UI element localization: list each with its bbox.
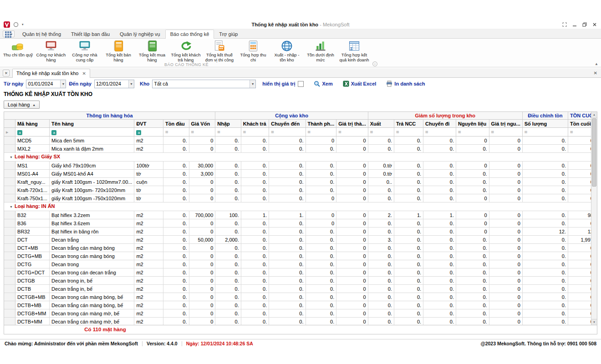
equals-filter-icon[interactable]: =	[425, 129, 428, 135]
table-row[interactable]: MS01-A4Giấy MS01-khổ A4tờ0.3,0000.0.0.0.…	[4, 170, 597, 178]
text-filter-icon[interactable]: a	[136, 130, 141, 135]
print-list-button[interactable]: In danh sách	[384, 80, 427, 88]
view-button[interactable]: Xem	[312, 80, 334, 88]
filter-cell[interactable]: =	[189, 128, 215, 136]
close-all-documents-button[interactable]: ✕	[3, 70, 10, 76]
table-row[interactable]: DCTG+DCTDecan trong cán decan trắngm20.0…	[4, 268, 597, 277]
ribbon-tab[interactable]: Quản lý nghiệp vụ	[115, 30, 165, 38]
column-header[interactable]: Giá Vốn	[189, 120, 215, 128]
close-document-icon[interactable]: ✕	[594, 71, 597, 76]
vertical-scrollbar[interactable]: ▲ ▼	[591, 112, 597, 325]
scrollbar-thumb[interactable]	[592, 118, 596, 187]
column-header[interactable]: Xuất	[368, 120, 394, 128]
column-header[interactable]: Tên hàng	[50, 120, 134, 128]
text-filter-icon[interactable]: a	[51, 130, 56, 135]
xuat-nhap-ton-kho-button[interactable]: Xuất - nhập - tồn kho	[270, 39, 304, 63]
quick-access-icon[interactable]	[13, 21, 19, 28]
warehouse-input[interactable]	[153, 80, 250, 88]
column-header[interactable]: Số lượng	[522, 120, 568, 128]
tong-hop-thu-chi-button[interactable]: Tổng hợp thu chi	[236, 39, 270, 63]
equals-filter-icon[interactable]: =	[191, 129, 194, 135]
collapse-group-icon[interactable]: ▼	[10, 156, 13, 159]
to-date-dropdown-icon[interactable]: ▼	[128, 80, 134, 88]
column-header[interactable]: Nhập	[215, 120, 241, 128]
close-tab-icon[interactable]: ✕	[82, 71, 86, 76]
table-row[interactable]: DCT+MBDecan trắng cán màng bóngm20.00.0.…	[4, 244, 597, 252]
collapse-group-icon[interactable]: ▼	[10, 205, 13, 208]
equals-filter-icon[interactable]: =	[243, 129, 246, 135]
filter-cell[interactable]: a	[15, 128, 50, 136]
filter-cell[interactable]: =	[215, 128, 241, 136]
table-row[interactable]: DCTB+MBDecan trắng cán màng bóng, bếm20.…	[4, 301, 597, 309]
group-row[interactable]: ▼Loại hàng: Giấy SX	[4, 153, 597, 162]
column-header[interactable]: Thành ph...	[306, 120, 336, 128]
tong-ket-mua-hang-button[interactable]: Tổng kết mua hàng	[135, 39, 169, 63]
column-header[interactable]: Giá trị ngu...	[489, 120, 522, 128]
quick-access-caret-icon[interactable]: ▾	[22, 23, 24, 26]
table-row[interactable]: MXL2Mica xanh lá đậm 2mmm20.00.0.0.0.00.…	[4, 145, 597, 153]
filter-cell[interactable]: a	[134, 128, 163, 136]
cong-no-khach-hang-button[interactable]: Công nợ khách hàng	[34, 39, 68, 63]
show-value-checkbox[interactable]	[298, 81, 304, 87]
scroll-up-icon[interactable]: ▲	[591, 112, 597, 118]
app-menu-button[interactable]: ▾	[3, 30, 15, 37]
from-date-dropdown-icon[interactable]: ▼	[60, 80, 66, 88]
filter-cell[interactable]: =	[306, 128, 336, 136]
filter-cell[interactable]: a	[50, 128, 134, 136]
ribbon-tab[interactable]: Quản trị hệ thống	[17, 30, 66, 38]
ton-duoi-dinh-muc-button[interactable]: Tồn dưới định mức	[304, 39, 337, 63]
warehouse-dropdown-icon[interactable]: ▼	[250, 80, 255, 88]
tong-ket-ban-hang-button[interactable]: Tổng kết bán hàng	[102, 39, 135, 63]
table-row[interactable]: DCTG+MBDecan trong cán màng bóngm20.00.0…	[4, 252, 597, 260]
from-date-input[interactable]	[26, 80, 60, 88]
equals-filter-icon[interactable]: =	[165, 129, 168, 135]
filter-cell[interactable]: =	[522, 128, 568, 136]
table-row[interactable]: DCTDecan trắngm20.50,0002,000.0.0.0.03.0…	[4, 236, 597, 244]
column-header[interactable]: ĐVT	[134, 120, 163, 128]
equals-filter-icon[interactable]: =	[570, 129, 573, 135]
thu-chi-ton-quy-button[interactable]: Thu chi tồn quỹ	[2, 39, 34, 58]
filter-cell[interactable]: =	[423, 128, 456, 136]
table-row[interactable]: DCTB+MMDecan trắng cán màng mờ, bếm20.00…	[4, 318, 597, 326]
group-row[interactable]: ▼Loại hàng: IN ẤN	[4, 202, 597, 211]
table-row[interactable]: DCTGDecan trongm20.00.0.0.0.00.0.0.0.00.…	[4, 260, 597, 268]
column-header[interactable]: Chuyển đi	[423, 120, 456, 128]
table-row[interactable]: MS1Giấy khổ 79x109cm100tờ0.30,0000.0.0.0…	[4, 162, 597, 170]
filter-cell[interactable]: =	[241, 128, 269, 136]
tong-ket-khach-tra-hang-button[interactable]: Tổng kết khách trả hàng	[169, 39, 203, 63]
column-header[interactable]: Tồn đầu	[163, 120, 189, 128]
equals-filter-icon[interactable]: =	[308, 129, 311, 135]
scroll-down-icon[interactable]: ▼	[591, 319, 597, 325]
column-header[interactable]: Trả NCC	[394, 120, 423, 128]
filter-cell[interactable]: =	[269, 128, 306, 136]
tong-ket-thue-don-vi-thi-cong-button[interactable]: Tổng kết thuế đơn vị thi công	[203, 39, 236, 63]
export-excel-button[interactable]: Xuất Excel	[341, 80, 378, 88]
column-header[interactable]: Mã hàng	[15, 120, 50, 128]
column-header[interactable]: Giá trị thà...	[336, 120, 368, 128]
equals-filter-icon[interactable]: =	[491, 129, 494, 135]
table-row[interactable]: Kraft-750x1...giấy Kraft 100gsm -750x102…	[4, 194, 597, 202]
restore-icon[interactable]	[582, 22, 587, 27]
filter-cell[interactable]: =	[394, 128, 423, 136]
equals-filter-icon[interactable]: =	[396, 129, 399, 135]
close-icon[interactable]	[592, 22, 597, 27]
equals-filter-icon[interactable]: =	[370, 129, 373, 135]
equals-filter-icon[interactable]: =	[525, 129, 527, 135]
filter-cell[interactable]: =	[456, 128, 489, 136]
equals-filter-icon[interactable]: =	[271, 129, 274, 135]
filter-cell[interactable]: =	[489, 128, 522, 136]
table-row[interactable]: DCTGBDecan trong in, bếm20.00.0.0.0.00.0…	[4, 277, 597, 285]
ribbon-tab[interactable]: Báo cáo thống kê	[165, 30, 214, 39]
text-filter-icon[interactable]: a	[17, 130, 22, 135]
equals-filter-icon[interactable]: =	[458, 129, 461, 135]
filter-cell[interactable]: =	[163, 128, 189, 136]
group-dialog-launcher-icon[interactable]: ◦	[372, 61, 377, 66]
table-row[interactable]: B32Bạt hiflex 3.2zemm20.700,000100.1.1.0…	[4, 211, 597, 219]
table-row[interactable]: Kraft_nguy...giấy Kraft 100gsm - 1020mmx…	[4, 178, 597, 186]
fullscreen-icon[interactable]	[562, 22, 567, 27]
collapse-ribbon-icon[interactable]: ▲	[595, 62, 598, 66]
table-row[interactable]: B36Bạt hiflex 3.6zemm20.00.0.0.000.0.0.0…	[4, 219, 597, 228]
tong-hop-ket-qua-kinh-doanh-button[interactable]: ΣTổng hợp kết quả kinh doanh	[337, 39, 371, 63]
ribbon-tab[interactable]: Trợ giúp	[214, 30, 243, 38]
table-row[interactable]: DCTGB+MBDecan trong cán màng bóng, bếm20…	[4, 293, 597, 301]
